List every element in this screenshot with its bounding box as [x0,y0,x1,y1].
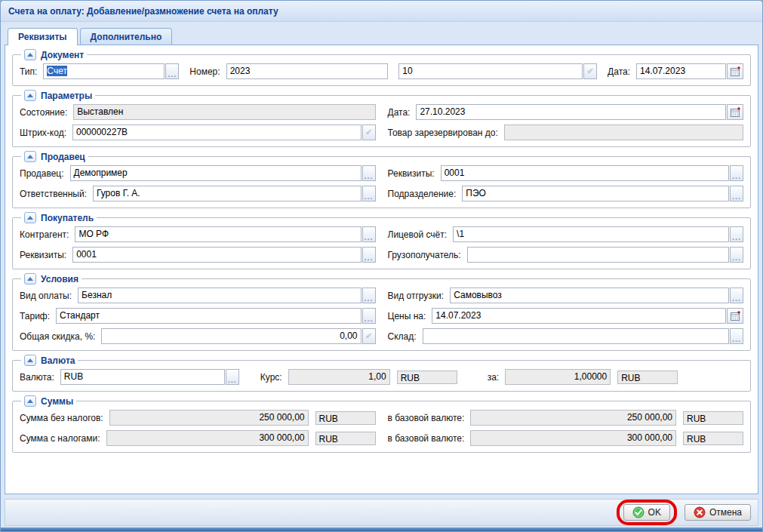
field-input-shipment-type[interactable]: Самовывоз [450,288,729,303]
section-seller: ПродавецПродавец:Демопример...Реквизиты:… [12,151,751,208]
tab-requisites[interactable]: Реквизиты [8,28,78,45]
field-input-prices-on[interactable]: 14.07.2023 [432,308,726,324]
ellipsis-icon: ... [732,174,741,178]
field-group: 1,00000 [505,369,611,385]
field-input-barcode[interactable]: 000000227B [72,125,362,140]
field-input-doc-number-2[interactable]: 10 [398,63,583,79]
form-cell: Валюта:RUB... [20,369,239,385]
field-input-doc-date[interactable]: 14.07.2023 [636,63,726,79]
lookup-button[interactable]: ... [730,226,743,242]
lookup-button[interactable]: ... [362,226,376,242]
field-input-doc-type[interactable]: Счет [43,63,165,79]
collapse-section-button[interactable] [24,49,36,60]
field-label: Курс: [260,372,282,383]
field-input-responsible[interactable]: Гуров Г. А. [93,186,361,201]
confirm-button[interactable]: ✔ [583,63,597,79]
form-cell: Подразделение:ПЭО... [388,186,744,201]
confirm-button[interactable]: ✔ [362,125,376,140]
form-row: Тип:Счет...Номер:202310✔Дата:14.07.2023 [20,61,743,81]
field-group: 27.10.2023 [416,104,743,120]
date-picker-button[interactable] [727,104,743,120]
field-input-payment-type[interactable]: Безнал [78,288,361,303]
field-label: в базовой валюте: [388,433,465,444]
field-group: 0001... [72,247,375,263]
collapse-section-button[interactable] [24,151,36,162]
field-unit-sum-with-tax: RUB [315,432,376,445]
field-group: Самовывоз... [450,288,743,303]
ellipsis-icon: ... [732,255,741,260]
cancel-button-label: Отмена [709,507,742,518]
collapse-section-button[interactable] [24,90,36,101]
date-picker-button[interactable] [727,63,743,79]
lookup-button[interactable]: ... [362,165,376,181]
field-unit-sum-with-tax-base: RUB [683,432,743,445]
form-cell: Дата:14.07.2023 [608,63,743,79]
form-row: Тариф:Стандарт...Цены на:14.07.2023 [20,306,743,326]
field-input-sum-no-tax-base: 250 000,00 [470,410,676,426]
field-group: 300 000,00 [470,430,676,446]
field-label: Контрагент: [20,229,69,240]
section-sums: СуммыСумма без налогов:250 000,00RUBв ба… [12,395,751,453]
triangle-up-icon [27,94,33,97]
field-input-consignee[interactable] [467,247,729,263]
lookup-button[interactable]: ... [730,165,743,181]
confirm-button[interactable]: ✔ [362,328,376,344]
field-group: Безнал... [78,288,375,303]
check-icon: ✔ [586,66,593,76]
field-label: Дата: [388,107,411,118]
field-input-currency[interactable]: RUB [60,369,225,385]
field-input-department[interactable]: ПЭО [462,186,729,201]
window-titlebar: Счета на оплату: Добавление/размножение … [1,1,762,22]
field-unit-rate: RUB [397,371,457,384]
form-cell: Тариф:Стандарт... [20,308,376,324]
lookup-button[interactable]: ... [730,186,743,201]
field-label: Общая скидка, %: [20,331,95,342]
collapse-section-button[interactable] [24,273,36,284]
field-input-seller[interactable]: Демопример [70,165,362,181]
section-title: Валюта [41,355,75,366]
form-row: Валюта:RUB...Курс:1,00RUBза:1,00000RUB [20,367,743,387]
lookup-button[interactable]: ... [362,308,376,324]
ok-button[interactable]: OK [623,504,670,521]
field-input-seller-requisites[interactable]: 0001 [441,165,729,181]
field-input-param-date[interactable]: 27.10.2023 [416,104,726,120]
lookup-button[interactable]: ... [730,247,743,263]
collapse-section-button[interactable] [24,395,36,407]
field-input-tariff[interactable]: Стандарт [56,308,361,324]
field-label: Тариф: [20,311,50,321]
form-row: Состояние:ВыставленДата:27.10.2023 [20,102,743,122]
field-input-counterparty[interactable]: МО РФ [75,226,361,242]
lookup-button[interactable]: ... [226,369,239,385]
field-label: Тип: [20,66,37,77]
field-input-personal-account[interactable]: \1 [453,226,729,242]
cancel-button[interactable]: Отмена [685,504,751,521]
form-cell: в базовой валюте:250 000,00RUB [388,410,744,426]
section-legend: Покупатель [21,212,97,223]
field-input-buyer-requisites[interactable]: 0001 [72,247,361,263]
window-bottom-edge [1,527,762,531]
lookup-button[interactable]: ... [730,328,743,344]
lookup-button[interactable]: ... [362,288,376,303]
form-cell: в базовой валюте:300 000,00RUB [388,430,744,446]
lookup-button[interactable]: ... [165,63,179,79]
form-row: Общая скидка, %:0,00✔Склад:... [20,326,743,346]
date-picker-button[interactable] [727,308,743,324]
field-input-discount[interactable]: 0,00 [101,328,361,344]
collapse-section-button[interactable] [24,212,36,223]
lookup-button[interactable]: ... [730,288,743,303]
field-label: Цены на: [388,311,426,321]
collapse-section-button[interactable] [24,355,36,366]
field-group: 0001... [441,165,743,181]
field-label: Состояние: [20,107,67,118]
field-input-warehouse[interactable] [423,328,729,344]
field-label: Дата: [608,66,630,77]
form-cell: Грузополучатель:... [388,247,744,263]
lookup-button[interactable]: ... [362,247,376,263]
ok-button-label: OK [648,507,661,518]
form-row: Штрих-код:000000227B✔Товар зарезервирова… [20,122,743,143]
field-label: Вид оплаты: [20,291,72,301]
tab-additional[interactable]: Дополнительно [80,28,173,45]
lookup-button[interactable]: ... [362,186,376,201]
field-input-doc-number[interactable]: 2023 [226,63,389,79]
check-icon: ✔ [365,128,372,137]
